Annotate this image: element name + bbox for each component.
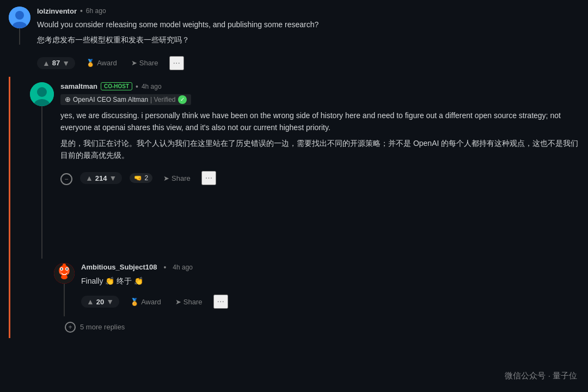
award-count-badge[interactable]: 🤜 2	[130, 173, 152, 183]
svg-point-4	[37, 87, 47, 97]
award-icon-ambitious: 🏅	[130, 298, 139, 306]
svg-point-1	[15, 11, 24, 20]
thread-line-ambitious	[64, 284, 65, 316]
username-ambitious: Ambitious_Subject108	[81, 263, 157, 271]
downvote-icon-lolz: ▼	[62, 59, 70, 68]
downvote-icon-sam: ▼	[109, 174, 117, 182]
comment-meta-ambitious: Ambitious_Subject108 • 4h ago	[81, 263, 588, 272]
comment-text-ambitious: Finally 👏 终于 👏	[81, 275, 588, 287]
more-btn-sam[interactable]: ···	[201, 171, 216, 185]
action-bar-lolz: ▲ 87 ▼ 🏅 Award ➤ Share ···	[37, 52, 579, 77]
comment-text-en-lolz: Would you consider releasing some model …	[37, 19, 579, 30]
award-btn-lolz[interactable]: 🏅 Award	[83, 57, 120, 69]
svg-point-11	[66, 268, 68, 270]
timestamp-sam: 4h ago	[142, 83, 162, 90]
award-btn-ambitious[interactable]: 🏅 Award	[127, 296, 164, 308]
thread-line-lolz	[19, 28, 20, 45]
svg-point-14	[59, 271, 62, 274]
username-lolz: lolzinventor	[37, 7, 77, 15]
comment-text-en-sam: yes, we are discussing. i personally thi…	[60, 109, 579, 134]
more-btn-lolz[interactable]: ···	[169, 56, 184, 70]
comment-body-sam: samaltman CO-HOST • 4h ago ⊕ OpenAI CEO …	[60, 82, 579, 259]
award-icon-lolz: 🏅	[86, 59, 95, 67]
svg-point-16	[61, 275, 68, 279]
more-replies[interactable]: + 5 more replies	[54, 316, 588, 338]
share-icon-lolz: ➤	[131, 59, 137, 67]
upvote-icon-ambitious: ▲	[87, 297, 94, 306]
vote-section-ambitious[interactable]: ▲ 20 ▼	[81, 296, 119, 308]
vote-section-sam[interactable]: ▲ 214 ▼	[80, 172, 122, 184]
comment-body-lolz: lolzinventor • 6h ago Would you consider…	[37, 7, 579, 77]
username-sam: samaltman	[60, 82, 97, 90]
share-btn-ambitious[interactable]: ➤ Share	[172, 296, 206, 308]
comment-meta-lolz: lolzinventor • 6h ago	[37, 7, 579, 15]
timestamp-lolz: 6h ago	[86, 7, 106, 15]
more-btn-ambitious[interactable]: ···	[213, 295, 228, 309]
share-icon-ambitious: ➤	[175, 298, 181, 306]
avatar-ambitious	[54, 263, 75, 284]
watermark: 微信公众号 · 量子位	[505, 371, 577, 381]
sam-left	[30, 82, 54, 259]
cohost-badge: CO-HOST	[101, 82, 132, 90]
collapse-btn-sam[interactable]: −	[60, 173, 72, 185]
verified-suffix: | Verified	[150, 96, 175, 103]
comment-body-ambitious: Ambitious_Subject108 • 4h ago Finally 👏 …	[81, 263, 588, 316]
upvote-icon-sam: ▲	[85, 174, 93, 182]
avatar-sam	[30, 82, 54, 106]
vote-section-lolz[interactable]: ▲ 87 ▼	[37, 57, 75, 69]
vote-count-lolz: 87	[52, 59, 60, 67]
upvote-icon-lolz: ▲	[42, 59, 50, 68]
vote-count-sam: 214	[95, 174, 107, 182]
award-count-sam: 2	[144, 174, 148, 182]
comment-text-cn-lolz: 您考虑发布一些模型权重和发表一些研究吗？	[37, 34, 579, 46]
downvote-icon-ambitious: ▼	[106, 297, 114, 306]
more-replies-label: 5 more replies	[80, 323, 125, 331]
verified-badge: ⊕ OpenAI CEO Sam Altman | Verified ✓	[60, 94, 191, 105]
share-icon-sam: ➤	[163, 174, 169, 182]
openai-icon: ⊕	[65, 95, 71, 103]
award-hands-icon: 🤜	[134, 174, 142, 182]
svg-point-15	[67, 271, 69, 274]
svg-point-10	[61, 268, 63, 270]
comment-meta-sam: samaltman CO-HOST • 4h ago	[60, 82, 579, 91]
comment-text-cn-sam: 是的，我们正在讨论。我个人认为我们在这里站在了历史错误的一边，需要找出不同的开源…	[60, 137, 579, 162]
vote-count-ambitious: 20	[96, 298, 104, 306]
comment-lolzinventor: lolzinventor • 6h ago Would you consider…	[0, 0, 588, 77]
share-btn-lolz[interactable]: ➤ Share	[128, 57, 162, 69]
avatar-lolzinventor	[9, 7, 30, 28]
verified-label: OpenAI CEO Sam Altman	[73, 96, 148, 103]
comment-sam: samaltman CO-HOST • 4h ago ⊕ OpenAI CEO …	[30, 77, 588, 259]
more-replies-icon: +	[65, 322, 76, 333]
action-bar-sam: − ▲ 214 ▼ 🤜 2 ➤ Share ···	[60, 167, 579, 192]
action-bar-ambitious: ▲ 20 ▼ 🏅 Award ➤ Share ···	[81, 290, 588, 315]
verified-checkmark-icon: ✓	[178, 95, 187, 104]
timestamp-ambitious: 4h ago	[173, 264, 193, 271]
share-btn-sam[interactable]: ➤ Share	[160, 173, 194, 184]
comment-ambitious: Ambitious_Subject108 • 4h ago Finally 👏 …	[54, 259, 588, 316]
svg-point-12	[63, 264, 66, 267]
thread-line-sam	[41, 106, 42, 259]
